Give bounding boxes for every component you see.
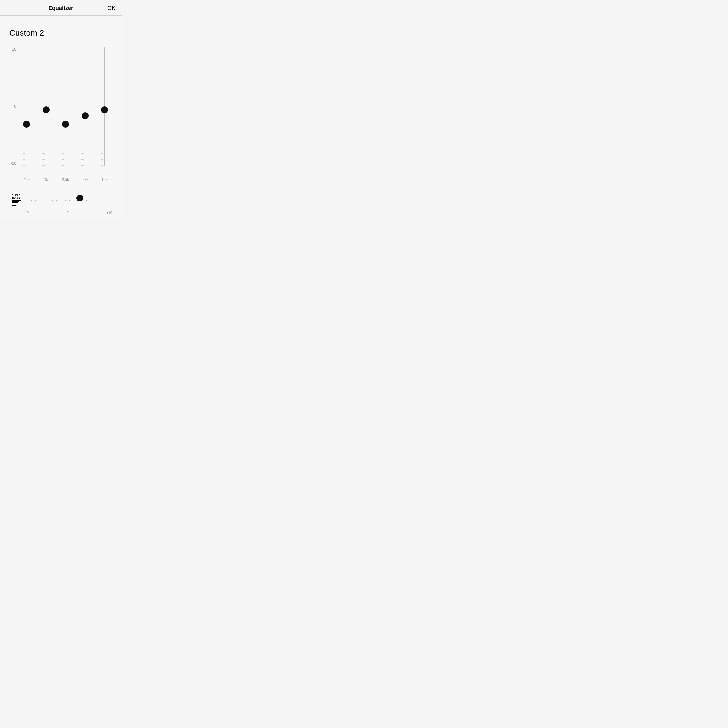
- bass-tick-11: [73, 200, 74, 202]
- eq-container: +10 0 -10: [6, 44, 115, 175]
- bass-lines: [12, 200, 21, 205]
- eq-track-1k[interactable]: [46, 47, 46, 166]
- bass-tick-3: [40, 200, 40, 202]
- eq-band-16k[interactable]: [97, 47, 112, 166]
- eq-y-axis: +10 0 -10: [6, 44, 16, 175]
- bass-tick-17: [99, 200, 99, 202]
- bass-text: BASS: [12, 196, 20, 199]
- bass-thumb[interactable]: [76, 195, 83, 202]
- eq-track-16k[interactable]: [104, 47, 105, 166]
- bass-tick-7: [57, 200, 57, 202]
- bass-tick-9: [65, 200, 66, 202]
- bass-tick-8: [61, 200, 61, 202]
- eq-freq-label-16k: 16k: [97, 177, 112, 182]
- bass-tick-5: [48, 200, 48, 202]
- bass-tick-20: [112, 200, 112, 202]
- bass-tick-1: [31, 200, 32, 202]
- eq-band-2,5k[interactable]: [58, 47, 73, 166]
- bass-section: CLEAR BASS: [6, 188, 115, 211]
- clear-bass-logo: CLEAR BASS: [9, 194, 23, 205]
- preset-name: Custom 2: [6, 15, 115, 44]
- bass-logo-line-2: [12, 202, 18, 203]
- bass-tick-18: [104, 200, 104, 202]
- page-title: Equalizer: [48, 5, 73, 12]
- eq-band-6,3k[interactable]: [77, 47, 93, 166]
- eq-track-2,5k[interactable]: [66, 47, 66, 166]
- eq-track-6,3k[interactable]: [85, 47, 85, 166]
- bass-logo-line-3: [12, 204, 17, 204]
- header: Equalizer OK: [0, 0, 122, 15]
- bass-tick-14: [86, 200, 87, 202]
- eq-band-400[interactable]: [19, 47, 34, 166]
- eq-band-1k[interactable]: [38, 47, 54, 166]
- bass-tick-0: [27, 200, 27, 202]
- eq-x-labels: 4001k2,5k6,3k16k: [6, 175, 115, 182]
- bass-min-label: -10: [24, 211, 29, 215]
- eq-label-bot: -10: [6, 161, 16, 166]
- eq-thumb-16k[interactable]: [101, 106, 108, 113]
- eq-thumb-2,5k[interactable]: [62, 121, 69, 128]
- eq-freq-label-6,3k: 6,3k: [77, 177, 93, 182]
- bass-mid-label: 0: [67, 211, 69, 215]
- bass-tick-marks: [27, 200, 112, 202]
- ok-button[interactable]: OK: [107, 5, 115, 12]
- eq-label-top: +10: [6, 47, 16, 52]
- eq-thumb-1k[interactable]: [43, 106, 50, 113]
- eq-sliders-area: [19, 47, 112, 175]
- bass-tick-4: [44, 200, 44, 202]
- clear-text: CLEAR: [12, 194, 21, 196]
- content-area: Custom 2 +10 0 -10 4001k2,5k6,3k16k CLEA…: [0, 15, 122, 218]
- bass-tick-15: [91, 200, 91, 202]
- eq-thumb-400[interactable]: [23, 121, 30, 128]
- bass-max-label: +10: [106, 211, 112, 215]
- eq-freq-label-2,5k: 2,5k: [58, 177, 73, 182]
- eq-thumb-6,3k[interactable]: [82, 112, 89, 119]
- bass-slider-wrap: [27, 193, 112, 206]
- bass-logo-line-1: [12, 201, 19, 202]
- eq-freq-label-400: 400: [19, 177, 34, 182]
- eq-freq-label-1k: 1k: [38, 177, 54, 182]
- bass-logo-line-4: [12, 205, 15, 205]
- eq-track-400[interactable]: [26, 47, 27, 166]
- bass-scale-labels: -10 0 +10: [6, 211, 115, 218]
- bass-tick-10: [69, 200, 70, 202]
- bass-tick-6: [52, 200, 53, 202]
- eq-label-mid: 0: [6, 104, 16, 109]
- bass-logo-line-0: [12, 200, 21, 200]
